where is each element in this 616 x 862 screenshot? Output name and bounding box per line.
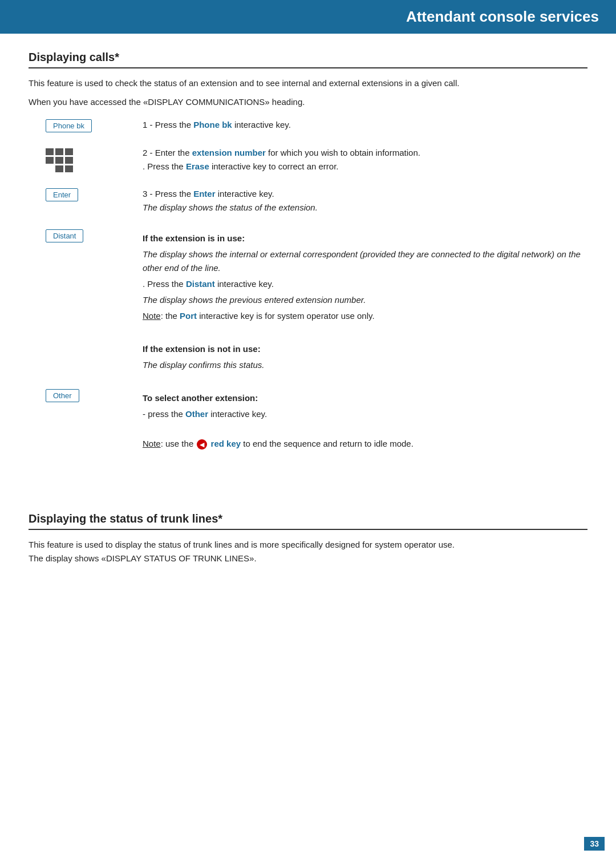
port-note-text: Note: the Port interactive key is for sy… — [143, 309, 587, 323]
step4-left: Distant — [29, 228, 143, 242]
step-row-3: Enter 3 - Press the Enter interactive ke… — [29, 187, 587, 215]
section1-title: Displaying calls* — [29, 51, 587, 68]
section2-title: Displaying the status of trunk lines* — [29, 512, 587, 530]
select-another-heading: To select another extension: — [143, 391, 587, 405]
step1-left: Phone bk — [29, 118, 143, 132]
other-label: Other — [185, 409, 208, 419]
page-header: Attendant console services — [0, 0, 616, 34]
not-in-use-heading: If the extension is not in use: — [143, 342, 587, 356]
step3-left: Enter — [29, 187, 143, 201]
in-use-heading: If the extension is in use: — [143, 232, 587, 245]
key-cell — [65, 165, 73, 172]
step-row-2: 2 - Enter the extension number for which… — [29, 146, 587, 173]
section2-second-line: The display shows «DISPLAY STATUS OF TRU… — [29, 552, 587, 565]
section1-intro: This feature is used to check the status… — [29, 76, 587, 90]
step2-left — [29, 146, 143, 172]
distant-press-text: . Press the Distant interactive key. — [143, 277, 587, 291]
enter-button[interactable]: Enter — [46, 188, 78, 201]
key-cell — [55, 157, 63, 164]
key-cell — [46, 148, 54, 155]
red-key-label: red key — [211, 439, 241, 448]
key-cell — [46, 165, 54, 172]
note-label: Note — [143, 311, 161, 321]
red-key-note: Note: use the ◀ red key to end the seque… — [143, 437, 587, 451]
other-button[interactable]: Other — [46, 389, 79, 402]
step4-description: If the extension is in use: The display … — [143, 228, 587, 374]
key-cell — [65, 157, 73, 164]
page-number: 33 — [584, 837, 605, 851]
enter-label: Enter — [193, 189, 215, 199]
keypad-icon — [46, 148, 73, 172]
note-label2: Note — [143, 439, 161, 448]
not-in-use-text: The display confirms this status. — [143, 358, 587, 372]
key-cell — [55, 165, 63, 172]
steps-container: Phone bk 1 - Press the Phone bk interact… — [29, 118, 587, 467]
phone-bk-label: Phone bk — [193, 120, 232, 129]
step3-italic: The display shows the status of the exte… — [143, 203, 318, 212]
step-row-4: Distant If the extension is in use: The … — [29, 228, 587, 374]
extension-number-label: extension number — [192, 148, 266, 157]
step-row-1: Phone bk 1 - Press the Phone bk interact… — [29, 118, 587, 132]
section1-when-text: When you have accessed the «DISPLAY COMM… — [29, 97, 587, 107]
key-cell — [55, 148, 63, 155]
distant-button[interactable]: Distant — [46, 229, 83, 242]
step5-description: To select another extension: - press the… — [143, 388, 587, 453]
step1-description: 1 - Press the Phone bk interactive key. — [143, 118, 587, 132]
other-press-text: - press the Other interactive key. — [143, 407, 587, 421]
header-title: Attendant console services — [406, 8, 599, 25]
red-key-icon: ◀ — [197, 439, 207, 450]
phone-bk-button[interactable]: Phone bk — [46, 119, 92, 132]
key-cell — [65, 148, 73, 155]
section-displaying-calls: Displaying calls* This feature is used t… — [29, 51, 587, 467]
step-row-5: Other To select another extension: - pre… — [29, 388, 587, 453]
distant-result-text: The display shows the previous entered e… — [143, 293, 587, 307]
step3-description: 3 - Press the Enter interactive key. The… — [143, 187, 587, 215]
erase-label: Erase — [186, 161, 209, 171]
section-trunk-lines: Displaying the status of trunk lines* Th… — [29, 512, 587, 565]
section2-intro: This feature is used to display the stat… — [29, 538, 587, 552]
in-use-text: The display shows the internal or extern… — [143, 248, 587, 275]
step2-description: 2 - Enter the extension number for which… — [143, 146, 587, 173]
distant-label: Distant — [186, 279, 215, 289]
key-cell — [46, 157, 54, 164]
step5-left: Other — [29, 388, 143, 402]
port-label: Port — [180, 311, 197, 321]
